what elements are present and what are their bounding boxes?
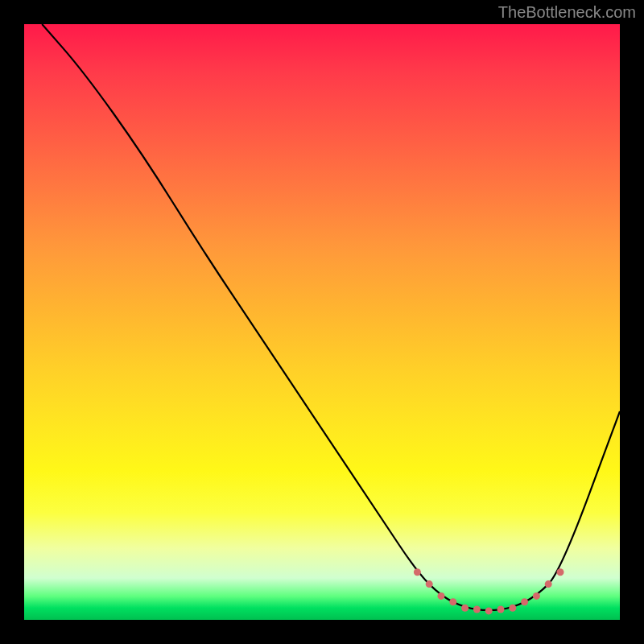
chart-plot-area bbox=[24, 24, 620, 620]
flat-marker-dot bbox=[485, 607, 493, 614]
bottleneck-curve-line bbox=[42, 24, 620, 610]
flat-marker-dot bbox=[473, 606, 481, 613]
flat-marker-dot bbox=[414, 568, 421, 576]
flat-marker-dot bbox=[509, 605, 516, 612]
flat-marker-dot bbox=[497, 606, 505, 613]
flat-marker-dot bbox=[557, 568, 564, 576]
attribution-text: TheBottleneck.com bbox=[498, 3, 636, 22]
flat-marker-dot bbox=[449, 598, 456, 605]
flat-marker-dot bbox=[545, 580, 552, 588]
flat-marker-dot bbox=[438, 592, 445, 600]
flat-marker-dot bbox=[426, 580, 433, 588]
flat-marker-dot bbox=[461, 605, 469, 612]
chart-svg bbox=[24, 24, 620, 620]
flat-marker-dot bbox=[521, 598, 528, 605]
flat-marker-dot bbox=[533, 592, 540, 600]
